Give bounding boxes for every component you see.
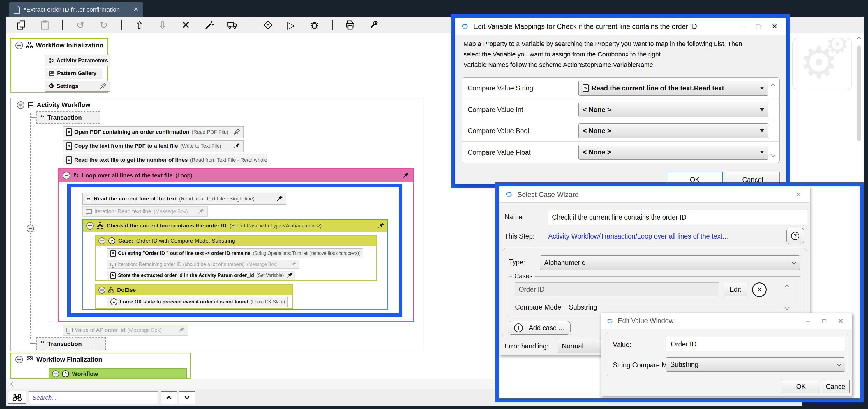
string-compare-mode-combobox[interactable]: Substring [666,357,845,372]
step-value-of-ap[interactable]: Value of AP order_id (Message Box) [63,325,188,336]
pin-icon[interactable] [197,208,205,215]
step-type: (Loop) [175,172,192,179]
scroll-left-icon[interactable] [10,382,16,386]
collapse-icon[interactable] [16,356,23,363]
collapse-icon[interactable] [63,172,70,179]
ok-button[interactable]: OK [782,380,820,393]
gallery-icon [48,70,55,76]
doelse-header[interactable]: DoElse [96,285,292,295]
paste-icon[interactable] [39,19,51,31]
variable-combobox[interactable]: < None > [579,102,768,117]
run-icon[interactable]: ▷ [285,19,297,31]
select-case-header[interactable]: Check if the current line contains the o… [83,220,388,232]
step-open-pdf[interactable]: a Open PDF containing an order confirmat… [63,126,244,138]
pattern-gallery-button[interactable]: Pattern Gallery [45,68,102,79]
step-force-ok[interactable]: ▸ Force OK state to proceed even if orde… [107,297,288,307]
scroll-up-icon[interactable] [785,285,789,290]
case-value-field[interactable]: Order ID [515,282,719,297]
dialog-titlebar[interactable]: Edit Variable Mappings for Check if the … [455,18,786,35]
step-iteration-read-line[interactable]: Iteration: Read text line (Message Box) [83,206,208,217]
redo-icon[interactable]: ↻ [98,19,110,31]
collapse-icon[interactable] [98,237,105,244]
scroll-down-icon[interactable] [785,305,789,310]
collapse-icon[interactable] [17,101,25,109]
this-step-link[interactable]: Activity Workflow/Transaction/Loop over … [548,232,728,240]
step-copy-text[interactable]: ✎ Copy the text from the PDF to a text f… [63,140,244,152]
pin-icon[interactable] [377,222,384,229]
step-cut-string[interactable]: ≡ Cut string "Order ID " out of line tex… [107,248,363,258]
close-tab-icon[interactable]: ✕ [133,6,138,13]
close-icon[interactable]: ✕ [768,23,781,31]
collapse-icon[interactable] [27,225,34,232]
mapping-row: Compare Value Bool < None > [462,120,779,141]
dialog-titlebar[interactable]: Edit Value Window – □ ✕ [601,313,852,329]
close-icon[interactable]: ✕ [792,191,805,199]
case-desc: Order ID with Compare Mode: Substring [136,238,235,244]
help-button[interactable]: ? [786,228,804,244]
activity-parameters-button[interactable]: Activity Parameters [45,55,110,66]
collapse-icon[interactable] [86,222,94,230]
value-input[interactable]: Order ID [666,337,845,351]
step-icon: ? [62,370,69,377]
maximize-icon[interactable]: □ [818,317,830,325]
ok-button[interactable]: OK [667,172,723,184]
pin-icon[interactable] [233,129,240,136]
search-input[interactable]: Search... [29,391,158,404]
breakpoint-icon[interactable] [262,19,274,31]
remove-case-button[interactable]: ✕ [752,282,767,297]
dialog-titlebar[interactable]: Select Case Wizard ✕ [499,186,810,203]
variable-combobox[interactable]: < None > [579,123,768,138]
add-case-button[interactable]: + Add case ... [508,321,570,335]
collapse-icon[interactable] [16,42,23,49]
button-label: Edit [730,286,741,294]
name-input[interactable]: Check if the current line contains the o… [548,210,807,225]
collapse-icon[interactable] [52,370,59,377]
minimize-icon[interactable]: – [802,317,814,325]
document-tab[interactable]: *Extract order ID fr...er confirmation ✕ [9,2,143,16]
step-read-current-line[interactable]: w Read the current line of the text (Rea… [83,193,286,205]
step-store-order-id[interactable]: ✎ Store the extracted order id in the Ac… [107,271,296,280]
cancel-button[interactable]: Cancel [725,172,780,184]
close-icon[interactable]: ✕ [835,317,847,325]
panel-scrollbar[interactable] [856,35,863,180]
collapse-icon[interactable] [98,286,105,294]
search-next-button[interactable] [179,391,195,404]
cancel-button[interactable]: Cancel [823,380,850,393]
pin-icon[interactable] [286,272,293,279]
delete-icon[interactable]: ✕ [180,19,192,31]
minimize-icon[interactable]: – [736,23,748,31]
find-binoculars-button[interactable] [8,391,26,404]
undo-icon[interactable]: ↺ [74,19,86,31]
pin-icon[interactable] [100,82,106,90]
transaction-block-top[interactable]: “ Transaction [36,111,100,124]
step-read-lines[interactable]: w Read the text file to get the number o… [63,154,267,166]
debug-bug-icon[interactable] [309,19,320,31]
pin-icon[interactable] [402,172,409,179]
finalization-step-partial[interactable]: ? Workflow [49,368,187,379]
case-header[interactable]: ? Case: Order ID with Compare Mode: Subs… [96,236,376,246]
pin-icon[interactable] [276,195,283,202]
copy-icon[interactable] [16,19,27,31]
settings-wrench-icon[interactable] [368,19,379,31]
loop-header[interactable]: ↻ Loop over all lines of the text file (… [59,169,413,182]
pin-icon[interactable] [290,262,296,267]
print-icon[interactable] [344,19,356,31]
wizard-wand-icon[interactable] [203,19,215,31]
variable-combobox[interactable]: < None > [579,144,768,160]
toolbar-separator [332,20,333,30]
search-previous-button[interactable] [161,391,177,404]
type-combobox[interactable]: Alphanumeric [540,255,800,270]
move-up-icon[interactable]: ⇧ [133,19,145,31]
pin-icon[interactable] [233,142,240,149]
transaction-block-bottom[interactable]: “ Transaction [36,337,106,350]
scroll-up-icon[interactable] [857,37,862,42]
step-iteration-remaining[interactable]: Iteration: Remaining order ID (should be… [107,260,300,269]
settings-button[interactable]: ⚙ Settings [45,80,110,92]
variable-combobox[interactable]: w Read the current line of the text.Read… [579,80,768,96]
edit-case-button[interactable]: Edit [723,283,747,296]
move-down-icon[interactable]: ⇩ [157,19,168,31]
maximize-icon[interactable]: □ [752,23,764,31]
scrollbar-thumb[interactable] [857,45,861,141]
deliver-truck-icon[interactable] [227,19,238,31]
pin-icon[interactable] [178,327,185,334]
